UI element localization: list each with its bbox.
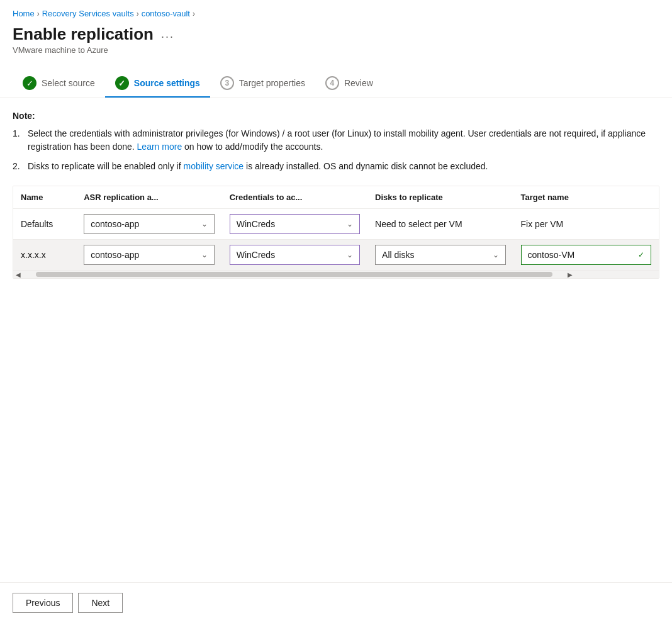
note-item-2: 2. Disks to replicate will be enabled on… — [13, 160, 659, 173]
tab-label-select-source: Select source — [42, 78, 95, 88]
replication-table-container: Name ASR replication a... Credentials to… — [13, 186, 659, 279]
col-header-disks: Disks to replicate — [367, 186, 513, 209]
credentials-dropdown-vm[interactable]: WinCreds ⌄ — [230, 245, 360, 265]
note-text-2-suffix: is already installed. OS and dynamic dis… — [244, 161, 488, 171]
breadcrumb-sep-1: › — [37, 9, 40, 18]
cell-vm-disks: All disks ⌄ — [367, 240, 513, 271]
table-row-defaults: Defaults contoso-app ⌄ WinCreds ⌄ — [13, 209, 659, 240]
scrollbar-thumb[interactable] — [36, 272, 552, 277]
cell-defaults-name: Defaults — [13, 209, 76, 240]
note-num-1: 1. — [13, 127, 24, 154]
asr-dropdown-defaults[interactable]: contoso-app ⌄ — [84, 214, 214, 234]
note-num-2: 2. — [13, 160, 24, 173]
note-text-2: Disks to replicate will be enabled only … — [28, 160, 488, 173]
page-title-text: Enable replication — [13, 25, 154, 44]
tab-label-target: Target properties — [239, 78, 305, 88]
learn-more-link[interactable]: Learn more — [137, 142, 182, 152]
note-title: Note: — [13, 111, 659, 121]
cell-defaults-asr: contoso-app ⌄ — [76, 209, 221, 240]
tabs-container: ✓ Select source ✓ Source settings 3 Targ… — [0, 61, 672, 98]
replication-table: Name ASR replication a... Credentials to… — [13, 186, 659, 278]
next-button[interactable]: Next — [78, 593, 123, 613]
credentials-arrow-vm: ⌄ — [347, 250, 353, 259]
previous-button[interactable]: Previous — [13, 593, 73, 613]
tab-check-source-settings: ✓ — [115, 76, 129, 90]
cell-defaults-credentials: WinCreds ⌄ — [222, 209, 367, 240]
cell-vm-credentials: WinCreds ⌄ — [222, 240, 367, 271]
asr-arrow-vm: ⌄ — [201, 250, 208, 259]
credentials-value-defaults: WinCreds — [237, 219, 275, 229]
cell-defaults-target: Fix per VM — [513, 209, 659, 240]
note-text-1-main: Select the credentials with administrato… — [28, 128, 646, 152]
breadcrumb-home[interactable]: Home — [13, 9, 35, 18]
note-text-2-prefix: Disks to replicate will be enabled only … — [28, 161, 183, 171]
breadcrumb-vault[interactable]: contoso-vault — [142, 9, 190, 18]
tab-check-select-source: ✓ — [23, 76, 36, 90]
breadcrumb-sep-3: › — [193, 9, 195, 18]
table-scrollbar-row: ◀ ▶ — [13, 271, 659, 279]
tab-target-properties[interactable]: 3 Target properties — [210, 71, 315, 98]
scroll-right-arrow[interactable]: ▶ — [565, 271, 575, 278]
disks-dropdown-vm[interactable]: All disks ⌄ — [375, 245, 505, 265]
credentials-arrow-defaults: ⌄ — [347, 220, 353, 228]
credentials-value-vm: WinCreds — [237, 250, 275, 260]
tab-select-source[interactable]: ✓ Select source — [13, 71, 105, 98]
table-header-row: Name ASR replication a... Credentials to… — [13, 186, 659, 209]
asr-dropdown-vm[interactable]: contoso-app ⌄ — [84, 245, 214, 265]
credentials-dropdown-defaults[interactable]: WinCreds ⌄ — [230, 214, 360, 234]
cell-vm-asr: contoso-app ⌄ — [76, 240, 221, 271]
asr-arrow-defaults: ⌄ — [201, 220, 208, 228]
breadcrumb: Home › Recovery Services vaults › contos… — [0, 0, 672, 22]
col-header-target: Target name — [513, 186, 659, 209]
mobility-service-link[interactable]: mobility service — [183, 161, 244, 171]
target-arrow-vm: ✓ — [638, 250, 644, 259]
note-item-1: 1. Select the credentials with administr… — [13, 127, 659, 154]
tab-label-source-settings: Source settings — [134, 78, 200, 88]
disks-value-vm: All disks — [382, 250, 414, 260]
col-header-name: Name — [13, 186, 76, 209]
footer: Previous Next — [0, 582, 672, 623]
page-subtitle: VMware machine to Azure — [13, 45, 659, 55]
more-options-button[interactable]: ... — [161, 28, 174, 41]
target-value-defaults: Fix per VM — [521, 219, 564, 229]
target-value-vm: contoso-VM — [528, 250, 575, 260]
col-header-asr: ASR replication a... — [76, 186, 221, 209]
cell-vm-name: x.x.x.x — [13, 240, 76, 271]
scroll-left-arrow[interactable]: ◀ — [13, 271, 23, 278]
breadcrumb-recovery[interactable]: Recovery Services vaults — [42, 9, 134, 18]
col-header-credentials: Credentials to ac... — [222, 186, 367, 209]
disks-arrow-vm: ⌄ — [493, 250, 499, 259]
horizontal-scrollbar[interactable]: ◀ ▶ — [13, 271, 659, 278]
tab-number-review: 4 — [325, 76, 339, 90]
tab-source-settings[interactable]: ✓ Source settings — [105, 71, 210, 98]
content-area: Note: 1. Select the credentials with adm… — [0, 98, 672, 582]
tab-label-review: Review — [344, 78, 373, 88]
disks-value-defaults: Need to select per VM — [375, 219, 462, 229]
note-list: 1. Select the credentials with administr… — [13, 127, 659, 173]
scrollbar-cell: ◀ ▶ — [13, 271, 659, 279]
note-section: Note: 1. Select the credentials with adm… — [13, 111, 659, 173]
target-dropdown-vm[interactable]: contoso-VM ✓ — [521, 245, 651, 265]
asr-value-vm: contoso-app — [91, 250, 139, 260]
tab-review[interactable]: 4 Review — [315, 71, 383, 98]
breadcrumb-sep-2: › — [137, 9, 139, 18]
page-header: Enable replication ... VMware machine to… — [0, 22, 672, 61]
note-text-1: Select the credentials with administrato… — [28, 127, 659, 154]
note-text-1-suffix: on how to add/modify the accounts. — [184, 142, 323, 152]
cell-vm-target: contoso-VM ✓ — [513, 240, 659, 271]
tab-number-target: 3 — [220, 76, 234, 90]
asr-value-defaults: contoso-app — [91, 219, 139, 229]
table-row-vm: x.x.x.x contoso-app ⌄ WinCreds ⌄ — [13, 240, 659, 271]
cell-defaults-disks: Need to select per VM — [367, 209, 513, 240]
